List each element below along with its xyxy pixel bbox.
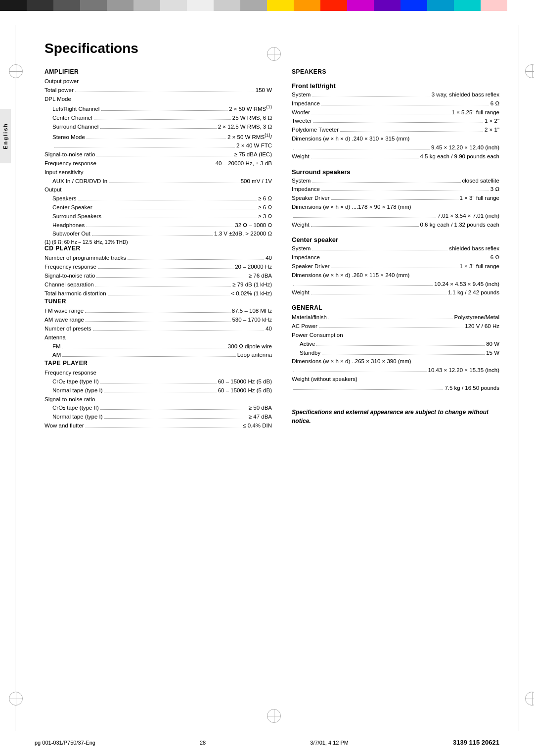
- dots: [86, 321, 231, 322]
- spec-label: Frequency response: [44, 159, 96, 168]
- amplifier-footnote: (1) (6 Ω; 60 Hz – 12.5 kHz, 10% THD): [44, 239, 272, 245]
- dots: [328, 319, 453, 319]
- spec-label: Total power: [44, 86, 74, 95]
- spec-center-speaker-out: Center Speaker ≥ 6 Ω: [44, 203, 272, 212]
- spec-headphones-out: Headphones 32 Ω – 1000 Ω: [44, 221, 272, 230]
- spec-wow-flutter: Wow and flutter ≤ 0.4% DIN: [44, 422, 272, 430]
- color-red: [320, 0, 347, 11]
- spec-ac-power: AC Power 120 V / 60 Hz: [292, 322, 499, 331]
- spec-antenna: Antenna: [44, 333, 272, 342]
- spec-value: 20 – 20000 Hz: [235, 263, 272, 272]
- dots: [104, 418, 247, 419]
- dots: [94, 209, 257, 209]
- spec-gen-weight-label: Weight (without speakers): [292, 375, 499, 384]
- footer: pg 001-031/P750/37-Eng 28 3/7/01, 4:12 P…: [35, 739, 499, 746]
- spec-value: 6 Ω: [490, 253, 499, 262]
- cd-player-section: CD PLAYER Number of programmable tracks …: [44, 245, 272, 298]
- general-section: GENERAL Material/finish Polystyrene/Meta…: [292, 304, 499, 392]
- spec-label: Dimensions (w × h × d) ..265 × 310 × 390…: [292, 357, 411, 366]
- spec-label: AC Power: [292, 322, 317, 331]
- dots: [100, 383, 217, 383]
- spec-label: Impedance: [292, 253, 320, 262]
- spec-label: Dimensions (w × h × d) .240 × 310 × 315 …: [292, 135, 409, 143]
- spec-label: Dimensions (w × h × d) .260 × 115 × 240 …: [292, 271, 409, 280]
- spec-center-driver: Speaker Driver 1 × 3" full range: [292, 262, 499, 271]
- footer-code: 3139 115 20621: [453, 739, 499, 746]
- spec-output: Output: [44, 186, 272, 194]
- color-magenta: [347, 0, 374, 11]
- dots: [98, 268, 233, 269]
- spec-front-impedance: Impedance 6 Ω: [292, 99, 499, 108]
- spec-surround-channel: Surround Channel 2 × 12.5 W RMS, 3 Ω: [44, 123, 272, 132]
- spec-value: 60 – 15000 Hz (5 dB): [218, 378, 272, 386]
- spec-surround-out: Surround Speakers ≥ 3 Ω: [44, 212, 272, 221]
- bar-seg-5: [107, 0, 134, 11]
- main-content: Specifications AMPLIFIER Output power To…: [0, 11, 534, 460]
- spec-value: 10.43 × 12.20 × 15.35 (inch): [428, 366, 500, 375]
- spec-label: System: [292, 177, 311, 186]
- spec-label: FM wave range: [44, 307, 84, 316]
- dots: [128, 259, 264, 260]
- dots: [96, 277, 247, 278]
- spec-label: AUX In / CDR/DVD In: [52, 177, 107, 186]
- dots: [104, 392, 217, 392]
- spec-front-dim: Dimensions (w × h × d) .240 × 310 × 315 …: [292, 135, 499, 143]
- spec-dpl-mode: DPL Mode: [44, 95, 272, 104]
- spec-value: 530 – 1700 kHz: [232, 316, 272, 325]
- dots: [311, 226, 419, 227]
- spec-front-dim-inch: 9.45 × 12.20 × 12.40 (inch): [292, 143, 499, 152]
- spec-value: ≥ 76 dBA: [249, 272, 272, 281]
- dots: [100, 128, 216, 129]
- spec-center-system: System shielded bass reflex: [292, 244, 499, 253]
- spec-value: 2 × 50 W RMS(1)/: [227, 132, 272, 142]
- spec-value: ≥ 79 dB (1 kHz): [232, 281, 272, 289]
- dots: [93, 330, 265, 331]
- spec-surr-dim: Dimensions (w × h × d) ....178 × 90 × 17…: [292, 203, 499, 212]
- front-speakers-subheading: Front left/right: [292, 82, 499, 90]
- spec-value: closed satellite: [462, 177, 499, 186]
- spec-freq-response: Frequency response 40 – 20000 Hz, ± 3 dB: [44, 159, 272, 168]
- spec-label: Impedance: [292, 185, 320, 194]
- bar-seg-9: [214, 0, 240, 11]
- dots: [312, 182, 460, 183]
- spec-value: 1.1 kg / 2.42 pounds: [448, 288, 499, 297]
- spec-presets: Number of presets 40: [44, 325, 272, 333]
- spec-value: Loop antenna: [237, 351, 272, 360]
- spec-gen-dim: Dimensions (w × h × d) ..265 × 310 × 390…: [292, 357, 499, 366]
- dots: [62, 348, 226, 348]
- spec-label: CrO₂ tape (type II): [52, 378, 99, 386]
- dots: [293, 217, 436, 218]
- spec-label: Signal-to-noise ratio: [44, 272, 95, 281]
- dots: [312, 96, 430, 96]
- spec-label: Speaker Driver: [292, 262, 330, 271]
- dots: [94, 119, 231, 120]
- color-yellow: [267, 0, 294, 11]
- spec-front-system: System 3 way, shielded bass reflex: [292, 91, 499, 99]
- spec-fm-antenna: FM 300 Ω dipole wire: [44, 342, 272, 351]
- spec-value: Polystyrene/Metal: [454, 313, 499, 322]
- spec-value: 1 × 2": [485, 117, 499, 126]
- dots: [100, 409, 247, 410]
- spec-stereo-mode: Stereo Mode 2 × 50 W RMS(1)/: [44, 132, 272, 142]
- cd-player-heading: CD PLAYER: [44, 245, 272, 252]
- dots: [313, 122, 483, 123]
- spec-label: Left/Right Channel: [52, 105, 99, 114]
- spec-cd-snr: Signal-to-noise ratio ≥ 76 dBA: [44, 272, 272, 281]
- spec-label: AM: [52, 351, 61, 360]
- tuner-section: TUNER FM wave range 87.5 – 108 MHz AM wa…: [44, 298, 272, 360]
- spec-label: Impedance: [292, 99, 320, 108]
- spec-label: Headphones: [52, 221, 85, 230]
- spec-value: 9.45 × 12.20 × 12.40 (inch): [431, 143, 499, 152]
- spec-value: 0.6 kg each / 1.32 pounds each: [420, 221, 499, 230]
- spec-label: Weight: [292, 221, 310, 230]
- color-white: [507, 0, 534, 11]
- dots: [86, 227, 233, 227]
- dots: [319, 328, 464, 328]
- spec-value: ≥ 50 dBA: [249, 404, 272, 413]
- tuner-heading: TUNER: [44, 298, 272, 305]
- right-column: SPEAKERS Front left/right System 3 way, …: [292, 68, 499, 430]
- dots: [98, 165, 214, 165]
- tape-player-heading: TAPE PLAYER: [44, 360, 272, 367]
- bar-seg-1: [0, 0, 27, 11]
- dots: [103, 218, 257, 218]
